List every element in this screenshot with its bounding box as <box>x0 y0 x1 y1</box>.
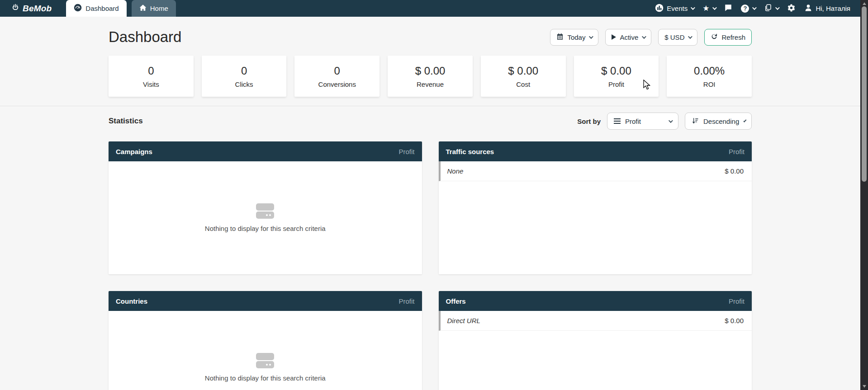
chevron-down-icon <box>589 34 593 39</box>
stat-cards: 0 Visits 0 Clicks 0 Conversions $ 0.00 R… <box>109 56 752 97</box>
tab-home-label: Home <box>150 5 168 12</box>
table-row[interactable]: Direct URL $ 0.00 <box>439 311 752 331</box>
favorites-menu[interactable]: ★ <box>702 5 716 12</box>
events-icon <box>655 4 664 14</box>
chevron-down-icon <box>752 5 757 10</box>
refresh-button[interactable]: Refresh <box>704 29 752 46</box>
copy-pages-icon <box>764 4 772 13</box>
stat-label: Revenue <box>417 80 444 88</box>
currency-button[interactable]: $ USD <box>658 29 697 46</box>
refresh-label: Refresh <box>721 33 745 41</box>
date-range-button[interactable]: Today <box>550 29 598 46</box>
question-icon: ? <box>741 5 749 13</box>
stat-label: Profit <box>608 80 624 88</box>
star-icon: ★ <box>702 5 709 12</box>
panel-metric-label: Profit <box>398 148 414 155</box>
chevron-down-icon <box>712 5 717 10</box>
panel-traffic-sources: Traffic sources Profit None $ 0.00 <box>439 141 752 274</box>
tab-dashboard-label: Dashboard <box>85 5 119 12</box>
database-empty-icon <box>256 203 274 219</box>
stat-value: 0 <box>241 65 247 77</box>
stat-label: Visits <box>143 80 159 88</box>
stat-value: $ 0.00 <box>601 65 631 77</box>
user-greeting: Hi, Наталія <box>816 5 850 12</box>
panel-countries: Countries Profit Nothing to display for … <box>109 291 422 390</box>
sort-order-select[interactable]: Descending <box>685 113 752 130</box>
events-label: Events <box>667 5 688 12</box>
panel-offers: Offers Profit Direct URL $ 0.00 <box>439 291 752 390</box>
panel-metric-label: Profit <box>729 148 745 155</box>
chevron-down-icon <box>691 5 695 10</box>
panel-title: Campaigns <box>116 148 152 155</box>
stat-value: 0 <box>334 65 340 77</box>
header-buttons: Today Active $ USD Refresh <box>550 29 752 46</box>
stat-card-revenue: $ 0.00 Revenue <box>388 56 473 97</box>
database-empty-icon <box>256 353 274 368</box>
empty-state-text: Nothing to display for this search crite… <box>205 225 326 232</box>
events-menu[interactable]: Events <box>655 4 694 14</box>
scroll-down-arrow[interactable] <box>860 383 868 390</box>
stat-label: Cost <box>516 80 530 88</box>
stat-card-conversions: 0 Conversions <box>294 56 379 97</box>
row-name: Direct URL <box>447 317 480 324</box>
tab-dashboard[interactable]: Dashboard <box>66 0 126 17</box>
chevron-down-icon <box>688 34 693 39</box>
scrollbar-thumb[interactable] <box>862 6 867 182</box>
home-icon <box>139 4 147 13</box>
panel-metric-label: Profit <box>398 297 414 305</box>
row-name: None <box>447 167 464 175</box>
stat-value: 0.00% <box>694 65 725 77</box>
chevron-down-icon <box>669 118 673 123</box>
chat-icon <box>724 4 732 13</box>
bemob-logo[interactable]: BeMob <box>11 0 52 17</box>
table-row[interactable]: None $ 0.00 <box>439 161 752 181</box>
stat-value: $ 0.00 <box>415 65 446 77</box>
currency-label: $ USD <box>664 33 684 41</box>
statistics-section: Statistics Sort by Profit Descending <box>109 113 752 390</box>
user-menu[interactable]: Hi, Наталія <box>804 4 850 13</box>
panel-metric-label: Profit <box>729 297 745 305</box>
dashboard-gauge-icon <box>74 4 82 13</box>
vertical-scrollbar[interactable] <box>860 0 868 390</box>
calendar-icon <box>556 33 564 42</box>
sort-descending-icon <box>692 117 699 126</box>
row-value: $ 0.00 <box>725 317 744 324</box>
bemob-logo-icon <box>11 3 20 14</box>
sort-by-label: Sort by <box>577 117 601 125</box>
stat-card-profit: $ 0.00 Profit <box>574 56 659 97</box>
pages-menu[interactable] <box>764 4 778 13</box>
panel-title: Offers <box>446 297 466 305</box>
settings-button[interactable] <box>787 4 796 14</box>
status-filter-button[interactable]: Active <box>605 29 651 46</box>
top-navbar: BeMob Dashboard Home <box>0 0 860 17</box>
panel-campaigns: Campaigns Profit Nothing to display for … <box>109 141 422 274</box>
sort-order-value: Descending <box>703 117 739 125</box>
stat-card-clicks: 0 Clicks <box>202 56 287 97</box>
page-header: Dashboard Today Active <box>109 17 752 46</box>
panel-title: Countries <box>116 297 147 305</box>
main-content: Dashboard Today Active <box>109 17 752 97</box>
stat-value: $ 0.00 <box>508 65 538 77</box>
status-filter-label: Active <box>620 33 638 41</box>
play-icon <box>612 34 616 40</box>
sort-controls: Sort by Profit Descending <box>577 113 752 130</box>
tab-home[interactable]: Home <box>132 0 176 17</box>
statistics-heading: Statistics <box>109 117 143 126</box>
list-icon <box>614 118 621 124</box>
stat-value: 0 <box>148 65 154 77</box>
chevron-down-icon <box>775 5 780 10</box>
stat-card-cost: $ 0.00 Cost <box>481 56 566 97</box>
chevron-down-icon <box>642 34 646 39</box>
sort-field-select[interactable]: Profit <box>607 113 678 130</box>
user-icon <box>804 4 812 13</box>
help-menu[interactable]: ? <box>741 5 755 13</box>
row-value: $ 0.00 <box>725 167 744 175</box>
date-range-label: Today <box>567 33 585 41</box>
stat-label: ROI <box>703 80 716 88</box>
panel-title: Traffic sources <box>446 148 494 155</box>
empty-state: Nothing to display for this search crite… <box>109 311 422 390</box>
stat-label: Clicks <box>235 80 253 88</box>
chevron-down-icon <box>744 119 747 122</box>
feedback-button[interactable] <box>724 4 732 13</box>
panel-grid: Campaigns Profit Nothing to display for … <box>109 141 752 390</box>
